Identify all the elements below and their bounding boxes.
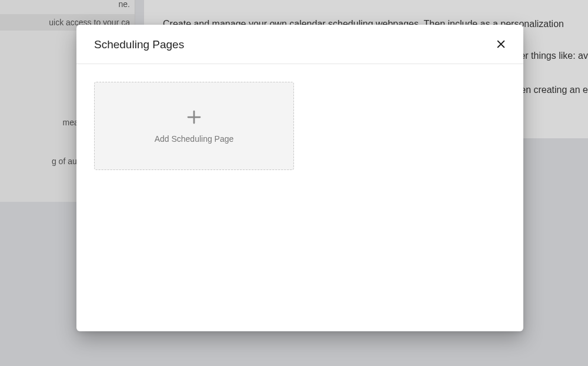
modal-title: Scheduling Pages bbox=[94, 38, 184, 51]
scheduling-pages-modal: Scheduling Pages Add Scheduling Page bbox=[76, 25, 523, 331]
modal-body: Add Scheduling Page bbox=[76, 64, 523, 331]
close-icon bbox=[495, 38, 507, 52]
add-card-label: Add Scheduling Page bbox=[155, 134, 234, 144]
add-scheduling-page-card[interactable]: Add Scheduling Page bbox=[94, 82, 294, 170]
modal-header: Scheduling Pages bbox=[76, 25, 523, 64]
plus-icon bbox=[185, 108, 203, 128]
close-button[interactable] bbox=[493, 36, 509, 53]
